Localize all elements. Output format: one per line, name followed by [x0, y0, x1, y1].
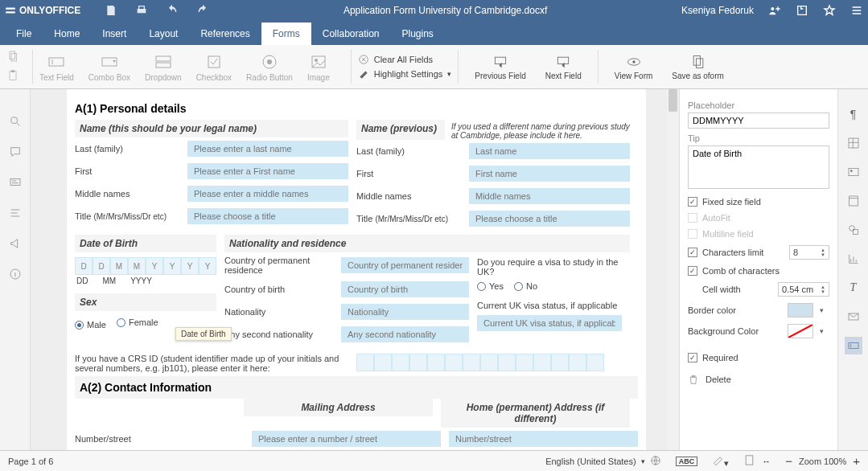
language-selector[interactable]: English (United States)▾ [545, 455, 661, 468]
tab-references[interactable]: References [189, 23, 261, 45]
zoom-level[interactable]: Zoom 100% [799, 457, 846, 466]
field-home-numstreet[interactable] [449, 431, 638, 447]
field-prev-middle[interactable] [469, 188, 630, 204]
tip-label: Tip [688, 133, 829, 143]
crs-comb-field[interactable] [356, 354, 638, 371]
chars-limit-spinner[interactable]: 8▲▼ [789, 245, 829, 260]
globe-icon[interactable] [650, 455, 661, 468]
field-last-name[interactable] [187, 141, 348, 157]
svg-rect-0 [6, 8, 15, 10]
fit-page-icon[interactable] [743, 454, 755, 468]
field-cpr[interactable] [341, 257, 469, 273]
field-prev-title[interactable] [469, 211, 630, 227]
chat-icon[interactable] [9, 176, 22, 189]
tab-forms[interactable]: Forms [261, 23, 311, 45]
paste-icon[interactable] [6, 69, 19, 84]
bg-color-swatch[interactable] [788, 324, 813, 338]
field-title[interactable] [187, 208, 348, 224]
field-nat2[interactable] [341, 326, 469, 342]
shape-settings-icon[interactable] [845, 221, 862, 239]
about-icon[interactable]: i [9, 268, 22, 281]
share-icon[interactable] [768, 4, 781, 17]
save-icon[interactable] [105, 4, 117, 17]
tab-plugins[interactable]: Plugins [391, 23, 445, 45]
field-middle-names[interactable] [187, 186, 348, 202]
copy-icon[interactable] [6, 50, 19, 64]
search-icon[interactable] [9, 115, 22, 128]
view-form-button[interactable]: View Form [615, 54, 653, 80]
undo-icon[interactable] [166, 4, 179, 17]
chart-settings-icon[interactable] [845, 250, 862, 268]
text-art-icon[interactable]: T [845, 279, 862, 297]
svg-rect-11 [156, 63, 171, 68]
fit-width-icon[interactable]: ↔ [762, 457, 771, 466]
chk-comb[interactable]: ✓Comb of characters [688, 266, 829, 276]
field-cob[interactable] [341, 281, 469, 297]
track-changes-icon[interactable]: ▾ [712, 454, 729, 469]
radio-male[interactable]: Male [75, 320, 106, 330]
title-bar: ONLYOFFICE Application Form University o… [0, 0, 868, 21]
print-icon[interactable] [135, 4, 148, 17]
ribbon-dropdown[interactable]: Dropdown [145, 52, 182, 82]
placeholder-input[interactable] [688, 113, 829, 129]
highlight-settings-button[interactable]: Highlight Settings ▾ [358, 68, 452, 80]
image-settings-icon[interactable] [845, 163, 862, 181]
tooltip: Date of Birth [175, 327, 232, 341]
ribbon-text-field[interactable]: Text Field [39, 52, 74, 82]
radio-visa-no[interactable]: No [514, 281, 537, 291]
field-nat[interactable] [341, 304, 469, 320]
svg-rect-1 [6, 11, 15, 13]
row-cell-width: Cell width 0.54 cm▲▼ [688, 282, 829, 297]
field-first-name[interactable] [187, 163, 348, 179]
ribbon-image[interactable]: Image [307, 52, 330, 82]
tab-home[interactable]: Home [43, 23, 91, 45]
label-last: Last (family) [75, 144, 179, 154]
field-mailing-numstreet[interactable] [252, 431, 441, 447]
open-location-icon[interactable] [796, 4, 808, 17]
mail-merge-icon[interactable] [845, 308, 862, 326]
radio-visa-yes[interactable]: Yes [477, 281, 504, 291]
favorite-icon[interactable] [823, 4, 836, 17]
zoom-out-icon[interactable]: − [785, 454, 792, 468]
comments-icon[interactable] [9, 145, 22, 158]
header-footer-icon[interactable] [845, 192, 862, 210]
field-prev-first[interactable] [469, 166, 630, 182]
chk-fixed-size[interactable]: ✓Fixed size field [688, 197, 829, 207]
radio-female[interactable]: Female [117, 317, 158, 327]
delete-field-button[interactable]: Delete [688, 374, 829, 385]
navigation-icon[interactable] [9, 207, 22, 219]
field-visa-status[interactable] [477, 315, 622, 331]
dob-comb-field[interactable]: D D M M Y Y Y Y [75, 257, 216, 275]
chk-chars-limit[interactable]: ✓Characters limit 8▲▼ [688, 245, 829, 260]
previous-field-button[interactable]: Previous Field [475, 54, 525, 80]
svg-line-29 [788, 325, 812, 338]
mailing-header: Mailing Address [244, 399, 433, 416]
form-settings-icon[interactable] [845, 337, 862, 354]
spellcheck-icon[interactable]: ABC [676, 457, 698, 466]
ribbon-combo-box[interactable]: Combo Box [88, 52, 130, 82]
border-color-swatch[interactable] [788, 303, 813, 317]
cell-width-spinner[interactable]: 0.54 cm▲▼ [778, 282, 829, 297]
tab-layout[interactable]: Layout [138, 23, 189, 45]
page-indicator[interactable]: Page 1 of 6 [8, 457, 53, 466]
tab-file[interactable]: File [5, 23, 43, 45]
field-prev-last[interactable] [469, 143, 630, 159]
tip-input[interactable]: Date of Birth [688, 145, 829, 189]
ribbon-radio-button[interactable]: Radio Button [246, 52, 293, 82]
feedback-icon[interactable] [9, 237, 22, 250]
save-as-oform-button[interactable]: Save as oform [672, 54, 723, 80]
document-canvas[interactable]: Date of Birth A(1) Personal details Name… [31, 89, 679, 450]
paragraph-settings-icon[interactable]: ¶ [845, 105, 862, 123]
tab-insert[interactable]: Insert [91, 23, 138, 45]
zoom-in-icon[interactable]: + [853, 454, 860, 468]
placeholder-label: Placeholder [688, 100, 829, 110]
tab-collaboration[interactable]: Collaboration [311, 23, 391, 45]
table-settings-icon[interactable] [845, 134, 862, 152]
redo-icon[interactable] [196, 4, 209, 17]
clear-all-fields-button[interactable]: Clear All Fields [358, 54, 452, 65]
chk-required[interactable]: ✓Required [688, 353, 829, 362]
vertical-scrollbar[interactable] [667, 89, 679, 450]
menu-icon[interactable] [850, 4, 863, 17]
ribbon-checkbox[interactable]: Checkbox [196, 52, 232, 82]
next-field-button[interactable]: Next Field [545, 54, 582, 80]
